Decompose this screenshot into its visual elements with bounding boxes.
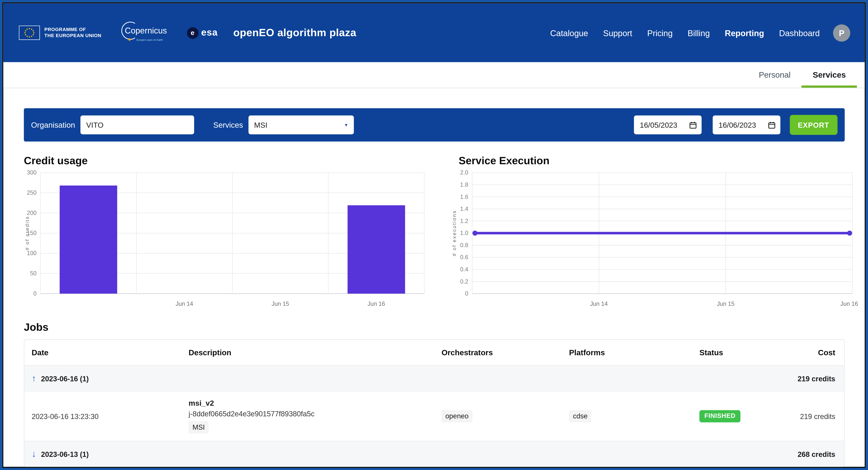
svg-text:250: 250 [27,189,36,196]
copernicus-wordmark: Copernicus [125,26,166,35]
svg-text:Jun 15: Jun 15 [272,300,289,307]
export-button[interactable]: EXPORT [789,115,837,135]
group-date-label: 2023-06-16 (1) [41,374,89,383]
active-tab-indicator [802,85,857,88]
column-header-date: Date [24,348,181,357]
tab-services[interactable]: Services [802,62,857,88]
nav-item-catalogue[interactable]: Catalogue [550,28,588,37]
svg-text:Jun 15: Jun 15 [717,300,735,307]
charts-section: Credit usage 050100150200250300Jun 14Jun… [24,155,859,314]
column-header-status: Status [692,348,792,357]
svg-text:1.8: 1.8 [460,181,468,188]
window-frame: PROGRAMME OF THE EUROPEAN UNION Copernic… [0,0,868,470]
tab-services-label: Services [813,70,846,79]
status-badge: FINISHED [699,410,740,422]
jobs-heading: Jobs [24,321,844,333]
service-tag: MSI [189,421,209,434]
svg-text:0.8: 0.8 [460,242,468,248]
job-platform-cell: cdse [562,399,692,434]
filter-bar: Organisation Services MSI ▼ 16/05/2023 [24,108,845,142]
svg-text:100: 100 [27,250,36,256]
svg-text:50: 50 [30,270,36,276]
eu-programme-line1: PROGRAMME OF [44,27,101,33]
date-from-value: 16/05/2023 [640,121,677,129]
column-header-platforms: Platforms [562,348,692,357]
job-description-cell: msi_v2 j-8ddef0665d2e4e3e901577f89380fa5… [181,399,434,434]
svg-text:Jun 14: Jun 14 [176,300,193,307]
svg-text:1.6: 1.6 [460,194,468,200]
calendar-icon [768,121,775,128]
tab-personal-label: Personal [759,70,790,79]
eu-programme-logo: PROGRAMME OF THE EUROPEAN UNION [19,26,101,40]
svg-text:Jun 14: Jun 14 [590,300,608,307]
svg-text:2.0: 2.0 [460,169,468,176]
esa-wordmark: esa [201,27,218,38]
nav-item-reporting[interactable]: Reporting [725,28,764,37]
user-avatar[interactable]: P [833,24,850,41]
group-cost: 268 credits [798,450,835,459]
nav-item-dashboard[interactable]: Dashboard [779,28,820,37]
services-select-value: MSI [254,121,267,129]
orchestrator-tag: openeo [441,410,472,422]
tab-personal[interactable]: Personal [748,62,802,88]
chevron-down-icon: ▼ [344,122,348,127]
eu-programme-line2: THE EUROPEAN UNION [44,33,101,39]
svg-text:1.2: 1.2 [460,218,468,224]
copernicus-dot-icon [128,38,131,41]
job-cost: 219 credits [792,399,844,434]
date-to-input[interactable]: 16/06/2023 [712,116,780,134]
credit-usage-chart: 050100150200250300Jun 14Jun 15Jun 16# of… [24,168,428,314]
svg-text:# of credits: # of credits [24,216,30,251]
job-status-cell: FINISHED [692,399,792,434]
organisation-label: Organisation [31,120,75,129]
esa-emblem-icon: e [187,27,198,38]
svg-text:200: 200 [27,209,36,216]
job-row: 2023-06-16 13:23:30 msi_v2 j-8ddef0665d2… [24,391,844,441]
jobs-table-header: Date Description Orchestrators Platforms… [24,340,844,365]
services-select[interactable]: MSI ▼ [249,116,354,134]
group-toggle[interactable]: ↑ 2023-06-16 (1) [32,374,89,383]
calendar-icon [689,121,696,128]
svg-text:0.2: 0.2 [460,278,468,285]
platform-tag: cdse [569,410,592,422]
svg-text:1.0: 1.0 [460,230,468,236]
copernicus-tagline: Europe's eyes on Earth [136,38,163,41]
job-orchestrator-cell: openeo [434,399,562,434]
job-id: j-8ddef0665d2e4e3e901577f89380fa5c [189,410,427,418]
job-date: 2023-06-16 13:23:30 [24,399,181,434]
svg-text:# of executions: # of executions [452,210,457,256]
service-execution-title: Service Execution [459,155,859,167]
column-header-cost: Cost [792,348,844,357]
service-execution-panel: Service Execution 00.20.40.60.81.01.21.4… [451,155,859,314]
services-label: Services [213,120,243,129]
jobs-table: Date Description Orchestrators Platforms… [24,339,845,468]
svg-text:300: 300 [27,169,36,176]
report-tabs: Personal Services [3,62,865,88]
svg-text:0: 0 [33,290,36,297]
column-header-orchestrators: Orchestrators [434,348,562,357]
group-row-2023-06-16: ↑ 2023-06-16 (1) 219 credits [24,365,844,391]
credit-usage-panel: Credit usage 050100150200250300Jun 14Jun… [24,155,428,314]
copernicus-logo: Copernicus Europe's eyes on Earth [118,20,174,46]
nav-item-billing[interactable]: Billing [687,28,710,37]
group-date-label: 2023-06-13 (1) [41,450,89,459]
job-name: msi_v2 [189,399,427,407]
nav-item-pricing[interactable]: Pricing [647,28,673,37]
svg-text:Jun 16: Jun 16 [840,300,858,307]
svg-text:0.4: 0.4 [460,266,468,273]
organisation-input[interactable] [81,116,194,134]
service-execution-chart: 00.20.40.60.81.01.21.41.61.82.0Jun 14Jun… [451,168,859,314]
group-toggle[interactable]: ↓ 2023-06-13 (1) [32,450,89,459]
svg-text:0: 0 [465,290,468,297]
brand-block: PROGRAMME OF THE EUROPEAN UNION Copernic… [19,20,356,46]
credit-usage-title: Credit usage [24,155,428,167]
nav-item-support[interactable]: Support [603,28,632,37]
group-row-2023-06-13: ↓ 2023-06-13 (1) 268 credits [24,441,844,467]
group-cost: 219 credits [798,374,835,383]
app-header: PROGRAMME OF THE EUROPEAN UNION Copernic… [3,3,865,62]
esa-logo: e esa [187,27,218,38]
arrow-up-icon: ↑ [32,374,36,383]
svg-text:0.6: 0.6 [460,254,468,261]
date-to-value: 16/06/2023 [718,121,756,129]
date-from-input[interactable]: 16/05/2023 [634,116,702,134]
